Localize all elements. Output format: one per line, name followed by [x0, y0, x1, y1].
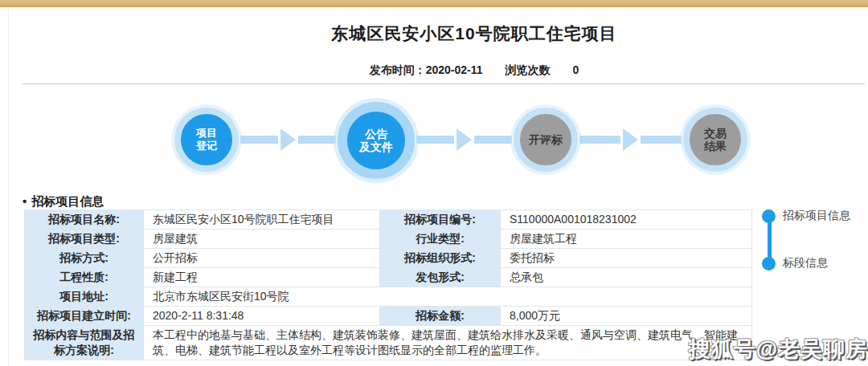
field-value: S110000A001018231002	[501, 210, 752, 230]
anchor-nav-label: 标段信息	[783, 256, 828, 270]
field-value: 新建工程	[144, 268, 380, 287]
field-value: 公开招标	[144, 249, 380, 268]
table-row: 招标项目类型: 房屋建筑 行业类型: 房屋建筑工程	[25, 230, 752, 249]
bullet-icon: •	[23, 194, 27, 208]
arrow-head-icon	[623, 128, 638, 151]
field-value: 东城区民安小区10号院职工住宅项目	[144, 210, 380, 230]
tender-info-table: 招标项目名称: 东城区民安小区10号院职工住宅项目 招标项目编号: S11000…	[24, 209, 752, 360]
field-label: 招标项目类型:	[25, 230, 144, 249]
page-title: 东城区民安小区10号院职工住宅项目	[0, 22, 868, 45]
table-row: 招标项目名称: 东城区民安小区10号院职工住宅项目 招标项目编号: S11000…	[25, 210, 752, 230]
views-label: 浏览次数	[506, 63, 551, 76]
arrow-head-icon	[280, 128, 296, 151]
field-label: 招标项目名称:	[25, 210, 144, 230]
section-title: 招标项目信息	[31, 194, 104, 208]
arrow-bar	[641, 136, 682, 144]
flow-arrow-icon	[240, 128, 336, 151]
flow-step-bid-opening-evaluation: 开评标	[514, 108, 578, 172]
field-value: 房屋建筑工程	[501, 230, 752, 249]
table-row: 招标内容与范围及招标方案说明: 本工程中的地基与基础、主体结构、建筑装饰装修、建…	[25, 326, 752, 360]
anchor-nav-item-tender-info[interactable]: 招标项目信息	[762, 209, 850, 223]
flow-step-announcement-documents: 公告 及文件	[338, 102, 415, 179]
field-label: 招标金额:	[380, 307, 501, 326]
sohu-watermark: 搜狐号@老吴聊房	[689, 335, 868, 364]
section-header-tender-info: •招标项目信息	[23, 194, 104, 209]
publish-time-value: 2020-02-11	[426, 63, 483, 76]
field-label: 招标项目编号:	[380, 210, 501, 230]
field-label: 招标项目建立时间:	[25, 307, 144, 326]
publish-meta: 发布时间：2020-02-11浏览次数0	[0, 63, 868, 78]
flow-arrow-icon	[416, 128, 512, 151]
anchor-dot-icon	[762, 209, 776, 223]
field-value: 北京市东城区民安街10号院	[144, 287, 752, 307]
arrow-bar	[579, 136, 620, 144]
field-label: 工程性质:	[25, 268, 144, 287]
header-divider	[23, 83, 865, 84]
views-value: 0	[573, 63, 579, 76]
arrow-bar	[298, 136, 336, 144]
field-value: 房屋建筑	[144, 230, 380, 249]
flow-step-project-registration: 项目 登记	[174, 108, 239, 172]
field-value: 总承包	[501, 268, 752, 287]
field-label: 招标内容与范围及招标方案说明:	[25, 326, 144, 360]
field-label: 招标组织形式:	[380, 249, 501, 268]
anchor-nav-item-section-info[interactable]: 标段信息	[762, 256, 828, 270]
table-row: 招标项目建立时间: 2020-2-11 8:31:48 招标金额: 8,000万…	[25, 307, 752, 326]
field-value: 委托招标	[501, 249, 752, 268]
field-value: 本工程中的地基与基础、主体结构、建筑装饰装修、建筑屋面、建筑给水排水及采暖、通风…	[144, 326, 752, 360]
field-value: 2020-2-11 8:31:48	[144, 307, 380, 326]
table-row: 招标方式: 公开招标 招标组织形式: 委托招标	[25, 249, 752, 268]
table-row: 工程性质: 新建工程 发包形式: 总承包	[25, 268, 752, 287]
arrow-bar	[474, 136, 512, 144]
anchor-nav-label: 招标项目信息	[783, 209, 850, 223]
top-accent-bar	[0, 0, 868, 7]
anchor-dot-icon	[762, 257, 776, 270]
flow-step-transaction-result: 交易 结果	[683, 108, 747, 172]
publish-time-label: 发布时间：	[370, 63, 426, 76]
table-row: 项目地址: 北京市东城区民安街10号院	[25, 287, 752, 307]
arrow-head-icon	[457, 128, 472, 151]
page-left-edge	[8, 7, 9, 366]
field-label: 发包形式:	[380, 268, 501, 287]
field-label: 项目地址:	[25, 287, 144, 307]
field-value: 8,000万元	[501, 307, 752, 326]
flow-arrow-icon	[579, 128, 682, 151]
field-label: 招标方式:	[25, 249, 144, 268]
arrow-bar	[416, 136, 454, 144]
field-label: 行业类型:	[380, 230, 501, 249]
anchor-nav: 招标项目信息 标段信息	[762, 207, 868, 279]
arrow-bar	[240, 136, 278, 144]
